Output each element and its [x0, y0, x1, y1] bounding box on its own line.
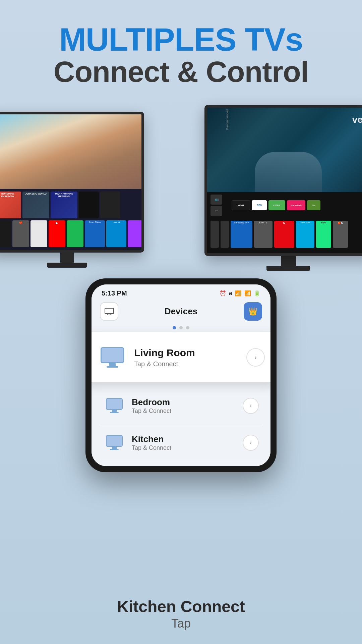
alarm-icon: ⏰ — [220, 290, 226, 297]
app-spotify — [67, 220, 83, 247]
bedroom-action: Tap & Connect — [132, 408, 171, 415]
svg-rect-0 — [105, 308, 114, 314]
living-room-icon — [97, 342, 127, 372]
tv-base-icon-small — [110, 412, 119, 413]
crown-button[interactable]: 👑 — [244, 302, 262, 321]
dot-2 — [179, 326, 183, 329]
bedroom-icon — [103, 395, 125, 417]
app-itv — [0, 220, 11, 247]
tv-screen-icon-small — [106, 398, 123, 410]
chevron-right-icon-bedroom: › — [250, 402, 252, 409]
kitchen-icon — [103, 432, 125, 453]
tv-base-icon-large — [107, 366, 118, 368]
app-youtube: ▶ — [49, 220, 65, 247]
app-apple: 🍎 — [12, 220, 29, 247]
tv-screen-right: ve 📺 ≡≡ — [207, 108, 362, 253]
tv-right: ve 📺 ≡≡ — [204, 105, 362, 276]
tv-bottom-right: 📺 ≡≡ Recommended vevo — [207, 192, 362, 253]
kitchen-name: Kitchen — [132, 434, 171, 444]
header-section: MULTIPLES TVs Connect & Control — [0, 0, 362, 98]
tile-disney: MARY POPPINS RETURNS — [51, 192, 77, 218]
crown-icon: 👑 — [248, 307, 257, 316]
tap-text: Tap — [0, 616, 362, 631]
kitchen-item[interactable]: Kitchen Tap & Connect › — [100, 424, 262, 461]
tile-jurassic: JURASSIC WORLD — [22, 192, 49, 218]
tv-left: BOHEMIAN RHAPSODY JURASSIC WORLD MARY PO… — [0, 112, 144, 276]
signal-icon: 📶 — [244, 290, 251, 297]
app-samsung: Samsung TV+ — [231, 221, 252, 248]
app-settings — [221, 221, 229, 248]
phone-section: 5:13 PM ⏰ B 📶 📶 🔋 — [85, 278, 277, 472]
app-netflix: N — [274, 221, 294, 248]
tv-stand-right — [281, 256, 296, 266]
kitchen-action: Tap & Connect — [132, 444, 171, 451]
living-room-card[interactable]: Living Room Tap & Connect › — [92, 332, 270, 382]
monitor-icon — [105, 308, 114, 315]
app-menu — [210, 221, 219, 248]
recommended-label: Recommended — [226, 109, 229, 130]
kitchen-info: Kitchen Tap & Connect — [132, 434, 171, 451]
bedroom-info: Bedroom Tap & Connect — [132, 397, 171, 415]
bedroom-chevron[interactable]: › — [243, 398, 259, 414]
tv-movies-row: BOHEMIAN RHAPSODY JURASSIC WORLD MARY PO… — [0, 191, 141, 219]
phone-screen: 5:13 PM ⏰ B 📶 📶 🔋 — [92, 284, 270, 466]
devices-list: Bedroom Tap & Connect › — [92, 382, 270, 466]
tv-stand-base-right — [266, 266, 310, 271]
chevron-right-icon: › — [254, 354, 257, 361]
status-bar: 5:13 PM ⏰ B 📶 📶 🔋 — [92, 284, 270, 299]
tv-stand-icon-large — [109, 363, 116, 366]
tv-apps-row: 🍎 ▶ Smart Things Internet — [0, 219, 141, 248]
tv-screen-left: BOHEMIAN RHAPSODY JURASSIC WORLD MARY PO… — [0, 114, 141, 250]
vevo-watermark: ve — [352, 114, 362, 125]
phone-frame: 5:13 PM ⏰ B 📶 📶 🔋 — [85, 278, 277, 472]
app-google — [31, 220, 47, 247]
tv-frame-right: ve 📺 ≡≡ — [204, 105, 362, 256]
dot-3 — [186, 326, 189, 329]
tv-stand-left — [60, 253, 74, 263]
tv-screen-icon-kitchen — [106, 435, 123, 447]
app-appletv: 🍎tv — [333, 221, 348, 248]
app-smart: Smart Things — [85, 220, 105, 247]
tv-section: BOHEMIAN RHAPSODY JURASSIC WORLD MARY PO… — [0, 105, 362, 293]
living-room-name: Living Room — [134, 347, 240, 359]
tv-screen-icon-large — [101, 347, 124, 363]
wifi-icon: 📶 — [235, 290, 242, 297]
nav-title: Devices — [165, 306, 197, 317]
living-room-action: Tap & Connect — [134, 360, 240, 368]
page-container: MULTIPLES TVs Connect & Control BOHEMIAN… — [0, 0, 362, 644]
headline-blue: MULTIPLES TVs — [0, 23, 362, 56]
tv-bottom-bar: BOHEMIAN RHAPSODY JURASSIC WORLD MARY PO… — [0, 189, 141, 250]
bedroom-item[interactable]: Bedroom Tap & Connect › — [100, 387, 262, 424]
kitchen-chevron[interactable]: › — [243, 435, 259, 451]
app-livetv: Live TV — [254, 221, 273, 248]
bottom-text-section: Kitchen Connect Tap — [0, 597, 362, 631]
tv-recommended-row: 📺 ≡≡ Recommended vevo — [209, 194, 362, 217]
tv-landscape-image — [0, 114, 141, 189]
app-prime: prime video — [296, 221, 314, 248]
app-hulu: hulu — [316, 221, 331, 248]
kitchen-connect-text: Kitchen Connect — [0, 597, 362, 616]
phone-nav-bar: Devices 👑 — [92, 299, 270, 323]
app-deezer — [128, 220, 141, 247]
person-silhouette — [255, 152, 322, 192]
app-internet: Internet — [106, 220, 126, 247]
tv-music-video: ve — [207, 108, 362, 192]
status-time: 5:13 PM — [102, 289, 127, 297]
battery-icon: 🔋 — [254, 290, 260, 297]
dot-1 — [173, 326, 176, 329]
tv-frame-left: BOHEMIAN RHAPSODY JURASSIC WORLD MARY PO… — [0, 112, 144, 253]
tv-base-icon-kitchen — [110, 449, 119, 450]
tv-apps-bottom: Samsung TV+ Live TV N prime video — [209, 217, 362, 251]
headline-dark: Connect & Control — [0, 56, 362, 88]
nav-tv-button[interactable] — [100, 302, 118, 321]
tv-stand-base-left — [47, 263, 87, 268]
chevron-right-icon-kitchen: › — [250, 439, 252, 446]
tile-bohemian: BOHEMIAN RHAPSODY — [0, 192, 21, 218]
status-icons: ⏰ B 📶 📶 🔋 — [220, 290, 260, 297]
kitchen-connect-label: Kitchen Connect — [117, 598, 245, 615]
page-dots — [92, 323, 270, 332]
living-room-info: Living Room Tap & Connect — [134, 347, 240, 368]
living-room-chevron[interactable]: › — [246, 348, 265, 367]
bluetooth-icon: B — [229, 291, 232, 296]
bedroom-name: Bedroom — [132, 397, 171, 408]
